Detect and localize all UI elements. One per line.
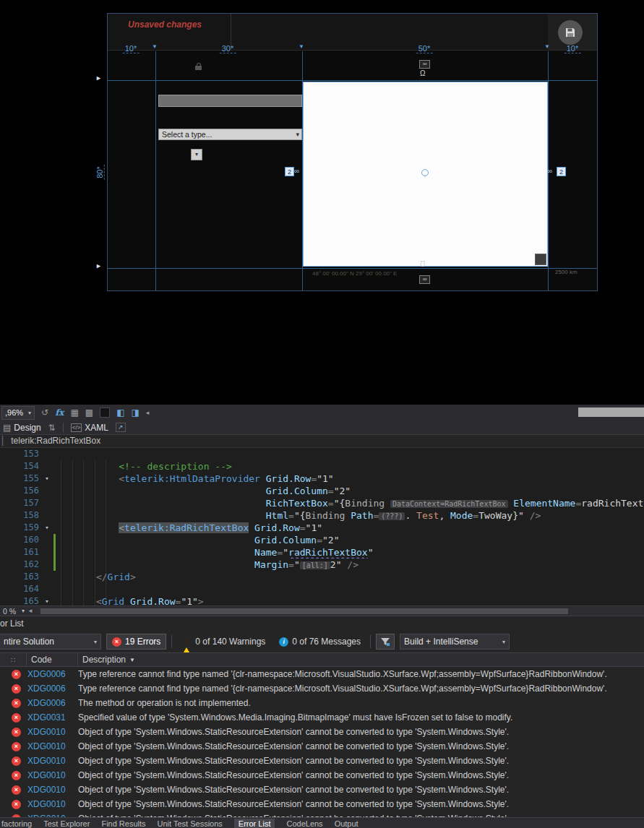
margin-left-chain-icon[interactable]: ∞ <box>294 167 299 175</box>
document-outline-breadcrumb[interactable]: ▏telerik:RadRichTextBox <box>0 435 644 448</box>
collapse-arrow-icon[interactable]: ◂ <box>146 410 150 416</box>
error-row[interactable]: ×XDG0010Object of type 'System.Windows.S… <box>0 768 644 782</box>
code-text[interactable] <box>58 583 644 595</box>
error-code[interactable]: XDG0006 <box>27 669 71 679</box>
code-text[interactable]: <Grid Grid.Row="1"> <box>58 595 644 605</box>
show-grid-icon[interactable]: ▩ <box>85 408 93 417</box>
grid-column-rail[interactable]: 10*30*50*10* <box>107 44 598 56</box>
code-text[interactable]: <!-- description --> <box>58 460 644 473</box>
code-line[interactable]: 153 <box>0 448 644 460</box>
code-line[interactable]: 164 <box>0 583 644 595</box>
designer-textbox[interactable] <box>158 95 302 107</box>
margin-left-value[interactable]: 2 <box>285 167 294 176</box>
error-row[interactable]: ×XDG0006Type reference cannot find type … <box>0 667 644 681</box>
column-description[interactable]: Description ▼ <box>78 655 135 665</box>
code-text[interactable]: Margin="[all:]2" /> <box>58 559 644 571</box>
code-text[interactable]: RichTextBox="{Binding DataContext=RadRic… <box>58 497 644 509</box>
grid-column-size-label[interactable]: 10* <box>564 44 581 53</box>
breadcrumb-path[interactable]: telerik:RadRichTextBox <box>11 436 100 446</box>
margin-right-value[interactable]: 2 <box>557 167 566 176</box>
grid-column-size-label[interactable]: 30* <box>220 44 236 53</box>
zoom-select[interactable]: ,96% ▾ <box>1 406 35 420</box>
save-button[interactable] <box>558 20 583 45</box>
designer-horizontal-scrollbar[interactable] <box>578 407 644 417</box>
code-line[interactable]: 158Html="{Binding Path=(???). Test, Mode… <box>0 509 644 522</box>
row-marker-icon[interactable]: ► <box>95 74 102 82</box>
filter-button[interactable] <box>376 634 395 650</box>
rad-richtextbox-control[interactable] <box>303 82 548 267</box>
errors-filter-button[interactable]: × 19 Errors <box>106 634 166 650</box>
error-code[interactable]: XDG0031 <box>27 712 71 723</box>
swap-panes-icon[interactable]: ⇅ <box>48 423 56 432</box>
code-text[interactable]: </Grid> <box>58 571 644 583</box>
scope-select[interactable]: ntire Solution ▾ <box>0 634 101 650</box>
fold-chevron-icon[interactable]: ▾ <box>42 473 52 485</box>
error-code[interactable]: XDG0010 <box>27 785 71 795</box>
grid-column-size-label[interactable]: 10* <box>123 44 139 53</box>
selection-center-handle[interactable] <box>421 169 429 176</box>
error-code[interactable]: XDG0010 <box>27 799 71 809</box>
top-spring-icon[interactable]: Ω <box>420 69 425 77</box>
grid-row-size-label[interactable]: 80* <box>95 165 105 180</box>
error-code[interactable]: XDG0010 <box>27 741 71 751</box>
fold-chevron-icon[interactable]: ▾ <box>42 522 52 534</box>
panel-tab-codelens[interactable]: CodeLens <box>286 819 322 828</box>
code-line[interactable]: 156Grid.Column="2" <box>0 485 644 497</box>
error-row[interactable]: ×XDG0031Specified value of type 'System.… <box>0 710 644 725</box>
grid-column-size-label[interactable]: 50* <box>416 44 433 53</box>
refresh-icon[interactable]: ↺ <box>41 408 48 417</box>
editor-horizontal-scrollbar[interactable] <box>38 608 643 615</box>
panel-tab-unit-test-sessions[interactable]: Unit Test Sessions <box>158 819 223 828</box>
code-line[interactable]: 160Grid.Column="2" <box>0 534 644 546</box>
tab-xaml[interactable]: </> XAML <box>71 423 108 433</box>
row-marker-icon[interactable]: ► <box>95 262 102 269</box>
scrollbar-thumb[interactable] <box>40 608 568 614</box>
xaml-editor[interactable]: 153154<!-- description -->155▾<telerik:H… <box>0 448 644 605</box>
code-text[interactable]: <telerik:HtmlDataProvider Grid.Row="1" <box>58 473 644 485</box>
code-line[interactable]: 159▾<telerik:RadRichTextBox Grid.Row="1" <box>0 522 644 534</box>
bottom-anchor-icon[interactable]: ∞ <box>419 275 430 284</box>
bottom-spring-icon[interactable]: Ω <box>420 259 425 267</box>
code-text[interactable]: Html="{Binding Path=(???). Test, Mode=Tw… <box>58 509 644 522</box>
code-text[interactable]: Grid.Column="2" <box>58 485 644 497</box>
code-text[interactable]: Grid.Column="2" <box>58 534 644 546</box>
scroll-left-icon[interactable]: ◄ <box>27 608 33 614</box>
panel-tab-find-results[interactable]: Find Results <box>101 819 145 828</box>
error-row[interactable]: ×XDG0006The method or operation is not i… <box>0 696 644 710</box>
error-code[interactable]: XDG0010 <box>27 727 71 737</box>
annotations-toggle-icon[interactable]: ◨ <box>132 408 139 417</box>
error-code[interactable]: XDG0010 <box>27 756 71 766</box>
grid-row-line[interactable] <box>108 80 597 81</box>
column-marker-icon[interactable]: ▼ <box>299 43 304 50</box>
resize-grip[interactable] <box>535 254 546 265</box>
panel-tab-error-list[interactable]: Error List <box>234 819 275 828</box>
code-text[interactable]: <telerik:RadRichTextBox Grid.Row="1" <box>58 522 644 534</box>
error-row[interactable]: ×XDG0010Object of type 'System.Windows.S… <box>0 782 644 797</box>
designer-dropdown-button[interactable]: ▾ <box>191 149 202 160</box>
panel-tab-output[interactable]: Output <box>335 819 359 828</box>
code-line[interactable]: 163</Grid> <box>0 571 644 583</box>
code-line[interactable]: 161Name="radRichTextBox" <box>0 546 644 559</box>
fold-chevron-icon[interactable]: ▾ <box>42 595 52 605</box>
code-text[interactable]: Name="radRichTextBox" <box>58 546 644 559</box>
snaplines-toggle-icon[interactable]: ◧ <box>116 408 124 417</box>
panel-tab-factoring[interactable]: factoring <box>1 819 32 828</box>
column-code[interactable]: Code <box>27 655 77 665</box>
error-row[interactable]: ×XDG0010Object of type 'System.Windows.S… <box>0 754 644 768</box>
code-line[interactable]: 157RichTextBox="{Binding DataContext=Rad… <box>0 497 644 509</box>
grid-row-line[interactable] <box>108 268 597 269</box>
panel-tab-test-explorer[interactable]: Test Explorer <box>43 819 90 828</box>
error-row[interactable]: ×XDG0006Type reference cannot find type … <box>0 681 644 696</box>
error-row[interactable]: ×XDG0010Object of type 'System.Windows.S… <box>0 739 644 754</box>
code-line[interactable]: 162Margin="[all:]2" /> <box>0 559 644 571</box>
snap-grid-icon[interactable]: ▦ <box>70 408 78 417</box>
error-row[interactable]: ×XDG0010Object of type 'System.Windows.S… <box>0 725 644 739</box>
code-text[interactable] <box>58 448 644 460</box>
error-code[interactable]: XDG0006 <box>27 698 71 708</box>
code-line[interactable]: 165▾<Grid Grid.Row="1"> <box>0 595 644 605</box>
artboard-background-toggle[interactable] <box>100 407 110 418</box>
margin-right-chain-icon[interactable]: ∞ <box>547 167 552 175</box>
column-marker-icon[interactable]: ▼ <box>544 43 550 50</box>
top-anchor-icon[interactable]: ∞ <box>419 60 430 69</box>
column-marker-icon[interactable]: ▼ <box>152 43 158 50</box>
